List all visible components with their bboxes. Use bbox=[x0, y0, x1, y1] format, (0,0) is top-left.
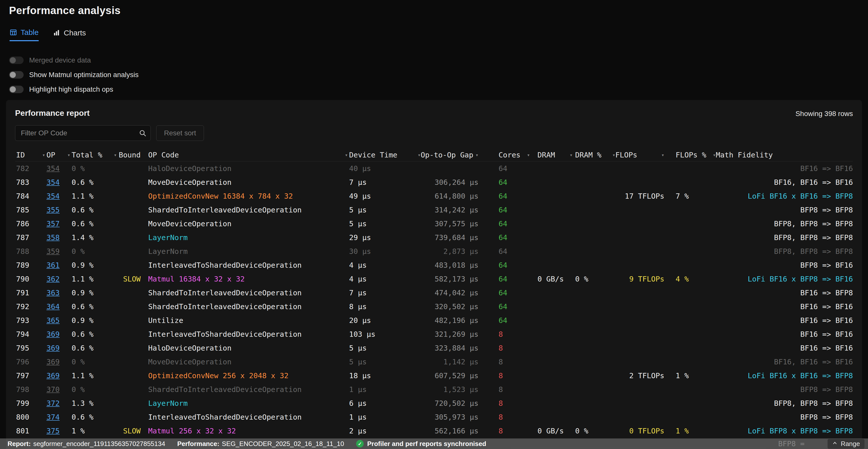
toggle-highlight-high-dispatch-ops[interactable]: Highlight high dispatch ops bbox=[9, 85, 862, 93]
op-link[interactable]: 362 bbox=[46, 275, 60, 283]
column-header-op-to-op-gap[interactable]: Op-to-Op Gap▾ bbox=[421, 149, 491, 161]
column-header-op[interactable]: OP▾ bbox=[45, 149, 70, 161]
column-header-id[interactable]: ID▾ bbox=[15, 149, 45, 161]
cell-math-fidelity: BFP8 => BF16 bbox=[716, 261, 853, 269]
cell-id: 794 bbox=[15, 330, 45, 339]
table-row[interactable]: 7903621.1 %SLOWMatmul 16384 x 32 x 324 µ… bbox=[15, 272, 853, 286]
cell-cores: 64 bbox=[491, 206, 530, 214]
cell-total-pct: 0.6 % bbox=[70, 344, 117, 352]
op-link[interactable]: 369 bbox=[46, 358, 60, 366]
filter-op-code-input[interactable] bbox=[15, 125, 151, 141]
op-link[interactable]: 374 bbox=[46, 413, 60, 421]
op-link[interactable]: 354 bbox=[46, 178, 60, 187]
op-link[interactable]: 369 bbox=[46, 330, 60, 339]
table-row[interactable]: 7963690 %MoveDeviceOperation5 µs1,142 µs… bbox=[15, 355, 853, 368]
cell-cores: 8 bbox=[491, 413, 530, 421]
range-button[interactable]: Range bbox=[828, 439, 865, 449]
column-header-op-code[interactable]: OP Code▾ bbox=[147, 149, 348, 161]
table-row[interactable]: 7983700 %ShardedToInterleavedDeviceOpera… bbox=[15, 382, 853, 396]
table-row[interactable]: 7893610.9 %InterleavedToShardedDeviceOpe… bbox=[15, 258, 853, 272]
table-row[interactable]: 7883590 %LayerNorm30 µs2,873 µs64BFP8, B… bbox=[15, 244, 853, 258]
cell-op: 361 bbox=[45, 261, 70, 269]
tab-charts[interactable]: Charts bbox=[53, 28, 86, 41]
sort-caret-icon[interactable]: ▾ bbox=[345, 152, 348, 158]
op-link[interactable]: 354 bbox=[46, 164, 60, 173]
search-icon[interactable] bbox=[138, 129, 147, 137]
reset-sort-button[interactable]: Reset sort bbox=[156, 125, 204, 141]
tab-table[interactable]: Table bbox=[9, 28, 39, 41]
cell-op-code: LayerNorm bbox=[147, 247, 348, 256]
table-row[interactable]: 7853550.6 %ShardedToInterleavedDeviceOpe… bbox=[15, 203, 853, 217]
column-header-total-[interactable]: Total %▾ bbox=[70, 149, 117, 161]
toggle-label: Highlight high dispatch ops bbox=[29, 85, 113, 93]
toggle-switch[interactable] bbox=[9, 86, 24, 93]
op-link[interactable]: 361 bbox=[46, 261, 60, 269]
cell-cores: 64 bbox=[491, 302, 530, 311]
sort-caret-icon[interactable]: ▾ bbox=[713, 152, 716, 158]
sort-caret-icon[interactable]: ▾ bbox=[42, 152, 45, 158]
op-link[interactable]: 365 bbox=[46, 316, 60, 325]
toggle-merged-device-data[interactable]: Merged device data bbox=[9, 56, 862, 64]
op-link[interactable]: 355 bbox=[46, 206, 60, 214]
column-header-cores[interactable]: Cores▾ bbox=[491, 149, 530, 161]
table-row[interactable]: 7823540 %HaloDeviceOperation40 µs64BF16 … bbox=[15, 161, 853, 175]
table-row[interactable]: 7943690.6 %InterleavedToShardedDeviceOpe… bbox=[15, 327, 853, 341]
sort-caret-icon[interactable]: ▾ bbox=[527, 152, 530, 158]
table-row[interactable]: 7913630.9 %ShardedToInterleavedDeviceOpe… bbox=[15, 286, 853, 299]
toggle-switch[interactable] bbox=[9, 71, 24, 78]
table-row[interactable]: 7863570.6 %MoveDeviceOperation5 µs307,57… bbox=[15, 217, 853, 230]
sort-caret-icon[interactable]: ▾ bbox=[418, 152, 421, 158]
table-row[interactable]: 7973691.1 %OptimizedConvNew 256 x 2048 x… bbox=[15, 368, 853, 382]
sort-caret-icon[interactable]: ▾ bbox=[114, 152, 117, 158]
cell-id: 797 bbox=[15, 372, 45, 380]
cell-bound: SLOW bbox=[117, 427, 147, 435]
cell-op-code: LayerNorm bbox=[147, 399, 348, 408]
cell-op-code: OptimizedConvNew 16384 x 784 x 32 bbox=[147, 192, 348, 200]
cell-op-to-op-gap: 582,173 µs bbox=[421, 275, 491, 283]
cell-op-to-op-gap: 562,166 µs bbox=[421, 427, 491, 435]
cell-op-code: InterleavedToShardedDeviceOperation bbox=[147, 261, 348, 269]
op-link[interactable]: 363 bbox=[46, 289, 60, 297]
table-row[interactable]: 8003740.6 %InterleavedToShardedDeviceOpe… bbox=[15, 410, 853, 424]
column-header-device-time[interactable]: Device Time▾ bbox=[348, 149, 421, 161]
op-link[interactable]: 372 bbox=[46, 399, 60, 408]
report-header-row: Performance report Showing 398 rows bbox=[15, 108, 853, 118]
table-row[interactable]: 7953690.6 %HaloDeviceOperation5 µs323,88… bbox=[15, 341, 853, 355]
toggle-switch[interactable] bbox=[9, 57, 24, 64]
toggle-group: Merged device dataShow Matmul optimizati… bbox=[9, 56, 862, 93]
cell-id: 789 bbox=[15, 261, 45, 269]
table-row[interactable]: 7833540.6 %MoveDeviceOperation7 µs306,26… bbox=[15, 175, 853, 189]
table-row[interactable]: 7993721.3 %LayerNorm6 µs720,502 µs8BFP8,… bbox=[15, 396, 853, 410]
cell-math-fidelity: BF16 => BF16 bbox=[716, 164, 853, 173]
toggle-show-matmul-optimization-analysis[interactable]: Show Matmul optimization analysis bbox=[9, 71, 862, 79]
table-row[interactable]: 7933650.9 %Untilize20 µs482,196 µs64BF16… bbox=[15, 313, 853, 327]
column-header-dram[interactable]: DRAM▾ bbox=[530, 149, 572, 161]
op-link[interactable]: 369 bbox=[46, 372, 60, 380]
op-link[interactable]: 359 bbox=[46, 247, 60, 256]
op-link[interactable]: 375 bbox=[46, 427, 60, 435]
column-header-dram-[interactable]: DRAM %▾ bbox=[572, 149, 615, 161]
table-row[interactable]: 8013751 %SLOWMatmul 256 x 32 x 322 µs562… bbox=[15, 424, 853, 438]
cell-math-fidelity: BFP8, BFP8 => BFP8 bbox=[716, 233, 853, 242]
table-row[interactable]: 7923640.6 %ShardedToInterleavedDeviceOpe… bbox=[15, 299, 853, 313]
sort-caret-icon[interactable]: ▾ bbox=[569, 152, 572, 158]
cell-op-code: ShardedToInterleavedDeviceOperation bbox=[147, 385, 348, 394]
op-link[interactable]: 370 bbox=[46, 385, 60, 394]
op-link[interactable]: 354 bbox=[46, 192, 60, 200]
sort-caret-icon[interactable]: ▾ bbox=[67, 152, 70, 158]
op-link[interactable]: 364 bbox=[46, 302, 60, 311]
column-header-flops[interactable]: FLOPs▾ bbox=[615, 149, 668, 161]
rows-count: Showing 398 rows bbox=[796, 110, 853, 118]
table-row[interactable]: 7873581.4 %LayerNorm29 µs739,684 µs64BFP… bbox=[15, 230, 853, 244]
op-link[interactable]: 369 bbox=[46, 344, 60, 352]
sort-caret-icon[interactable]: ▾ bbox=[475, 152, 478, 158]
sort-caret-icon[interactable]: ▾ bbox=[661, 152, 664, 158]
sort-caret-icon[interactable]: ▾ bbox=[612, 152, 615, 158]
table-row[interactable]: 7843541.1 %OptimizedConvNew 16384 x 784 … bbox=[15, 189, 853, 203]
table-body: 7823540 %HaloDeviceOperation40 µs64BF16 … bbox=[15, 161, 853, 438]
cell-device-time: 103 µs bbox=[348, 330, 421, 339]
column-header-flops-[interactable]: FLOPs %▾ bbox=[668, 149, 716, 161]
op-link[interactable]: 357 bbox=[46, 220, 60, 228]
cell-flops: 9 TFLOPs bbox=[615, 275, 668, 283]
op-link[interactable]: 358 bbox=[46, 233, 60, 242]
